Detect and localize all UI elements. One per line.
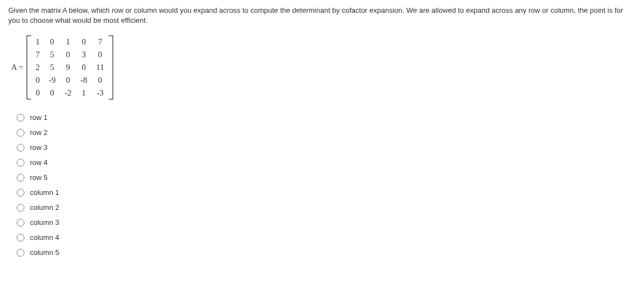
matrix-label: A = (11, 63, 23, 72)
option-radio-column-3[interactable] (17, 219, 24, 227)
matrix-cell: 0 (31, 87, 44, 99)
question-text: Given the matrix A below, which row or c… (8, 6, 636, 26)
matrix-display: A = 1 0 1 0 7 7 5 0 3 0 2 5 9 0 11 0 -9 … (11, 36, 636, 99)
matrix-cell: 3 (76, 48, 92, 61)
option-column-1: column 1 (17, 188, 636, 197)
option-column-4: column 4 (17, 233, 636, 242)
matrix-cell: -8 (76, 74, 92, 87)
matrix-left-bracket (27, 36, 31, 99)
option-radio-row-4[interactable] (17, 159, 24, 167)
option-row-2: row 2 (17, 128, 636, 137)
option-column-5: column 5 (17, 248, 636, 257)
matrix-cell: 1 (76, 87, 92, 99)
option-label: column 1 (30, 188, 59, 197)
matrix-cell: 7 (31, 48, 44, 61)
option-column-2: column 2 (17, 203, 636, 212)
matrix-cell: 9 (60, 61, 76, 74)
matrix-cell: 1 (31, 36, 44, 48)
option-label: column 4 (30, 233, 59, 242)
options-group: row 1 row 2 row 3 row 4 row 5 column 1 c… (17, 113, 636, 257)
matrix-right-bracket (109, 36, 113, 99)
option-row-1: row 1 (17, 113, 636, 122)
matrix-body: 1 0 1 0 7 7 5 0 3 0 2 5 9 0 11 0 -9 0 -8… (31, 36, 108, 99)
matrix-cell: 0 (92, 74, 108, 87)
matrix-cell: 2 (31, 61, 44, 74)
option-label: column 2 (30, 203, 59, 212)
matrix-row: 7 5 0 3 0 (31, 48, 108, 61)
option-row-5: row 5 (17, 173, 636, 182)
matrix-cell: -9 (44, 74, 60, 87)
option-label: column 3 (30, 218, 59, 227)
matrix-cell: 11 (92, 61, 108, 74)
matrix-cell: -3 (92, 87, 108, 99)
option-label: row 5 (30, 173, 48, 182)
option-label: row 2 (30, 128, 48, 137)
option-radio-column-4[interactable] (17, 234, 24, 242)
option-radio-column-5[interactable] (17, 249, 24, 257)
option-label: column 5 (30, 248, 59, 257)
option-label: row 4 (30, 158, 48, 167)
option-radio-row-2[interactable] (17, 129, 24, 137)
matrix-cell: 0 (60, 74, 76, 87)
matrix-cell: 7 (92, 36, 108, 48)
matrix-row: 0 -9 0 -8 0 (31, 74, 108, 87)
option-label: row 3 (30, 143, 48, 152)
matrix-cell: 0 (76, 61, 92, 74)
option-column-3: column 3 (17, 218, 636, 227)
matrix-cell: 0 (92, 48, 108, 61)
option-row-3: row 3 (17, 143, 636, 152)
matrix-cell: 0 (76, 36, 92, 48)
matrix-cell: 0 (44, 87, 60, 99)
matrix-row: 0 0 -2 1 -3 (31, 87, 108, 99)
option-row-4: row 4 (17, 158, 636, 167)
option-radio-row-1[interactable] (17, 114, 24, 122)
matrix-cell: 0 (60, 48, 76, 61)
option-radio-column-1[interactable] (17, 189, 24, 197)
matrix-cell: 0 (44, 36, 60, 48)
matrix-cell: -2 (60, 87, 76, 99)
option-radio-row-5[interactable] (17, 174, 24, 182)
option-label: row 1 (30, 113, 48, 122)
matrix-cell: 1 (60, 36, 76, 48)
matrix-row: 2 5 9 0 11 (31, 61, 108, 74)
option-radio-column-2[interactable] (17, 204, 24, 212)
matrix-cell: 0 (31, 74, 44, 87)
matrix-row: 1 0 1 0 7 (31, 36, 108, 48)
option-radio-row-3[interactable] (17, 144, 24, 152)
matrix-cell: 5 (44, 61, 60, 74)
matrix-cell: 5 (44, 48, 60, 61)
